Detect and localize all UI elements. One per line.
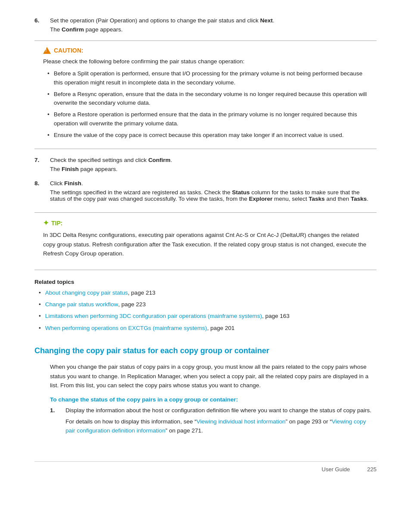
tip-header: ✦ TIP: [43,219,368,227]
related-topic-1-link[interactable]: About changing copy pair status [45,289,128,297]
caution-bullet-1: Before a Split operation is performed, e… [47,69,368,87]
step-6-sub: The Confirm page appears. [50,26,377,33]
step-8-period: . [81,180,83,187]
caution-intro: Please check the following before confir… [43,57,368,66]
step-8-tasks-bold1: Tasks [309,196,325,202]
related-topic-2-link[interactable]: Change pair status workflow [45,300,118,309]
tip-box: ✦ TIP: In 3DC Delta Resync configuration… [34,212,377,270]
footer-page-number: 225 [367,466,377,473]
caution-bullets: Before a Split operation is performed, e… [43,69,368,140]
step-6-confirm-bold: Confirm [62,26,84,33]
substep-1-text: Display the information about the host o… [65,407,377,414]
substep-1-suffix: ” on page 271. [165,427,203,434]
step-7-sub: The Finish page appears. [50,166,377,172]
related-topic-4: When performing operations on EXCTGs (ma… [39,324,377,333]
step-8-sub: The settings specified in the wizard are… [50,189,377,202]
section-intro: When you change the pair status of copy … [50,362,377,390]
related-topic-3: Limitations when performing 3DC configur… [39,312,377,320]
step-6-sub-text: The Confirm page appears. [50,26,123,33]
step-7-period: . [171,157,172,163]
step-7-text-before: Check the specified settings and click [50,157,148,163]
step-8-text-before: Click [50,180,64,187]
caution-bullet-3: Before a Restore operation is performed … [47,110,368,128]
tip-icon: ✦ [43,219,49,227]
step-6-text: Set the operation (Pair Operation) and o… [50,17,377,24]
related-topic-4-suffix: , page 201 [207,324,235,333]
substep-1-number: 1. [50,407,65,414]
step-6-block: 6. Set the operation (Pair Operation) an… [34,17,377,33]
step-8-finish-bold: Finish [64,180,81,187]
page-content: 6. Set the operation (Pair Operation) an… [0,0,411,498]
caution-bullet-2: Before a Resync operation, ensure that t… [47,90,368,108]
step-7-text: Check the specified settings and click C… [50,157,377,163]
step-7-number: 7. [34,157,50,163]
step-8-block: 8. Click Finish. The settings specified … [34,180,377,202]
step-6-number: 6. [34,17,50,24]
caution-header: CAUTION: [43,47,368,54]
section-heading: Changing the copy pair status for each c… [34,345,377,356]
step-7-finish-bold: Finish [62,166,79,172]
substep-1-sub-prefix: For details on how to display this infor… [65,418,196,425]
page-footer: User Guide 225 [34,461,377,473]
related-topic-2: Change pair status workflow, page 223 [39,300,377,309]
step-7-confirm-bold: Confirm [148,157,171,163]
related-topic-4-link[interactable]: When performing operations on EXCTGs (ma… [45,324,207,333]
step-8-status-bold: Status [232,189,249,196]
caution-triangle-icon [43,47,51,54]
related-topics-list: About changing copy pair status, page 21… [34,289,377,333]
caution-bullet-4: Ensure the value of the copy pace is cor… [47,131,368,140]
related-topics-section: Related topics About changing copy pair … [34,279,377,333]
step-7-sub-text: The Finish page appears. [50,166,118,172]
substep-1-link1[interactable]: Viewing individual host information [196,418,286,425]
footer-label: User Guide [322,466,350,473]
related-topics-heading: Related topics [34,279,377,285]
step-6-text-period: . [273,17,274,24]
tip-label: TIP: [51,220,62,227]
related-topic-2-suffix: , page 223 [118,300,146,309]
substep-1-mid: ” on page 293 or “ [286,418,332,425]
step-6-next-bold: Next [260,17,273,24]
substep-1-row: 1. Display the information about the hos… [50,407,377,414]
related-topic-3-suffix: , page 163 [262,312,290,320]
step-7-block: 7. Check the specified settings and clic… [34,157,377,172]
caution-box: CAUTION: Please check the following befo… [34,40,377,149]
step-8-tasks-bold2: Tasks [351,196,367,202]
step-8-sub-text: The settings specified in the wizard are… [50,189,368,202]
substep-1-sub: For details on how to display this infor… [65,417,377,436]
tip-text: In 3DC Delta Resync configurations, exec… [43,230,368,258]
step-8-explorer-bold: Explorer [249,196,273,202]
caution-label: CAUTION: [54,47,83,54]
step-6-text-before: Set the operation (Pair Operation) and o… [50,17,260,24]
substep-heading: To change the status of the copy pairs i… [50,396,377,403]
step-8-number: 8. [34,180,50,187]
related-topic-1-suffix: , page 213 [128,289,156,297]
related-topic-3-link[interactable]: Limitations when performing 3DC configur… [45,312,262,320]
related-topic-1: About changing copy pair status, page 21… [39,289,377,297]
step-8-text: Click Finish. [50,180,377,187]
substep-1-block: 1. Display the information about the hos… [34,407,377,436]
